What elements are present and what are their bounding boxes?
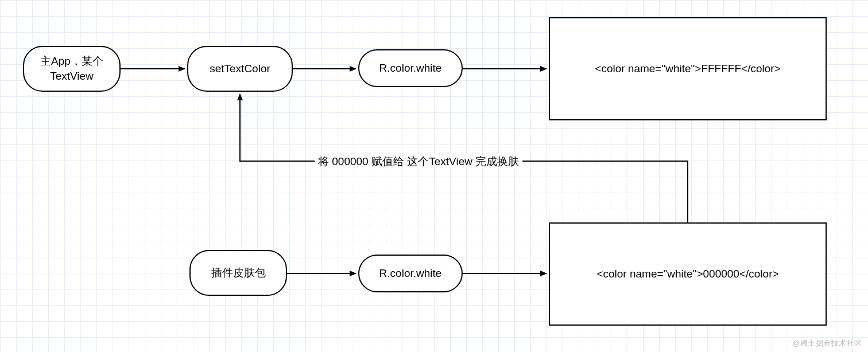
- node-r-color-white-bottom: R.color.white: [358, 255, 463, 292]
- watermark: @稀土掘金技术社区: [792, 338, 862, 349]
- node-r-color-white-top: R.color.white: [358, 49, 463, 87]
- node-main-app: 主App，某个 TextView: [23, 46, 121, 92]
- arrow-annotation: 将 000000 赋值给 这个TextView 完成换肤: [315, 154, 522, 169]
- node-plugin-skin-pack: 插件皮肤包: [189, 250, 287, 296]
- diagram-canvas: 主App，某个 TextView setTextColor R.color.wh…: [0, 0, 868, 352]
- node-xml-color-white: <color name="white">FFFFFF</color>: [549, 17, 827, 120]
- node-xml-color-black: <color name="white">000000</color>: [549, 222, 827, 326]
- node-set-text-color: setTextColor: [187, 46, 293, 92]
